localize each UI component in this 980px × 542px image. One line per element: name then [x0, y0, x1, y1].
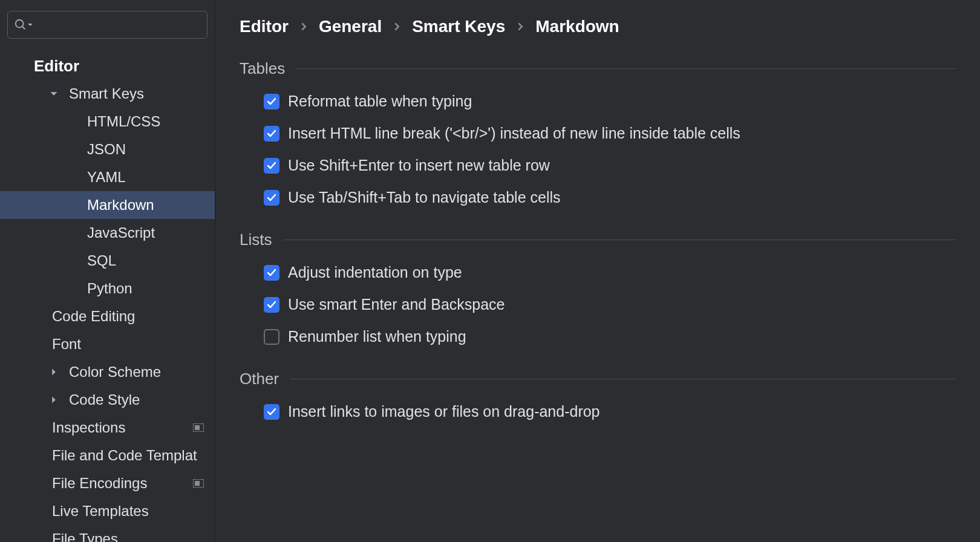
tree-item-label: Smart Keys	[69, 85, 144, 102]
checkbox[interactable]	[264, 265, 279, 281]
chevron-right-icon	[516, 22, 524, 31]
project-badge-icon	[193, 423, 204, 432]
breadcrumb: EditorGeneralSmart KeysMarkdown	[240, 17, 956, 36]
section-title: Tables	[240, 59, 285, 78]
check-icon	[266, 406, 277, 417]
option-row[interactable]: Use Shift+Enter to insert new table row	[240, 157, 956, 174]
tree-item-label: Color Scheme	[69, 364, 161, 380]
tree-item-color-scheme[interactable]: Color Scheme	[0, 358, 215, 386]
option-label: Use Shift+Enter to insert new table row	[288, 157, 550, 174]
search-icon	[14, 18, 27, 31]
tree-root-editor[interactable]: Editor	[0, 52, 215, 80]
check-icon	[266, 299, 277, 310]
option-label: Use Tab/Shift+Tab to navigate table cell…	[288, 189, 561, 206]
tree-item-label: File and Code Templat	[52, 447, 197, 464]
divider	[283, 240, 956, 240]
option-label: Reformat table when typing	[288, 93, 472, 110]
tree-item-label: Code Editing	[52, 308, 135, 325]
chevron-down-icon	[50, 90, 58, 98]
divider	[290, 379, 956, 379]
tree-item-label: JavaScript	[87, 224, 155, 241]
tree-item-label: Markdown	[87, 197, 154, 214]
tree-item-file-types[interactable]: File Types	[0, 525, 215, 542]
svg-rect-3	[195, 425, 200, 430]
settings-main: EditorGeneralSmart KeysMarkdown TablesRe…	[215, 0, 980, 542]
tree-item-label: Inspections	[52, 419, 125, 436]
project-badge-icon	[193, 479, 204, 488]
option-row[interactable]: Reformat table when typing	[240, 93, 956, 110]
option-row[interactable]: Use smart Enter and Backspace	[240, 296, 956, 313]
tree-item-label: YAML	[87, 169, 126, 186]
tree-item-label: Font	[52, 336, 81, 353]
check-icon	[266, 128, 277, 139]
check-icon	[266, 192, 277, 203]
svg-line-1	[22, 27, 25, 30]
tree-item-sql[interactable]: SQL	[0, 247, 215, 275]
option-label: Renumber list when typing	[288, 328, 466, 345]
tree-item-inspections[interactable]: Inspections	[0, 414, 215, 442]
option-label: Insert HTML line break ('<br/>') instead…	[288, 125, 740, 142]
tree-item-javascript[interactable]: JavaScript	[0, 219, 215, 247]
section-header: Other	[240, 370, 956, 388]
tree-item-file-encodings[interactable]: File Encodings	[0, 469, 215, 497]
tree-item-json[interactable]: JSON	[0, 136, 215, 163]
section-title: Other	[240, 370, 279, 388]
checkbox[interactable]	[264, 404, 279, 420]
tree-item-label: Code Style	[69, 391, 140, 408]
section-title: Lists	[240, 230, 272, 249]
search-box[interactable]	[7, 11, 207, 39]
svg-rect-5	[195, 481, 200, 486]
checkbox[interactable]	[264, 126, 279, 142]
search-input[interactable]	[37, 18, 201, 32]
option-row[interactable]: Insert HTML line break ('<br/>') instead…	[240, 125, 956, 142]
settings-tree: Editor Smart KeysHTML/CSSJSONYAMLMarkdow…	[0, 47, 215, 542]
section-header: Tables	[240, 59, 956, 78]
section-lists: ListsAdjust indentation on typeUse smart…	[240, 230, 956, 345]
chevron-right-icon	[393, 22, 401, 31]
tree-item-smart-keys[interactable]: Smart Keys	[0, 80, 215, 108]
tree-item-live-templates[interactable]: Live Templates	[0, 497, 215, 525]
option-label: Adjust indentation on type	[288, 264, 462, 281]
search-container	[0, 0, 215, 47]
tree-item-html-css[interactable]: HTML/CSS	[0, 108, 215, 136]
settings-sidebar: Editor Smart KeysHTML/CSSJSONYAMLMarkdow…	[0, 0, 215, 542]
divider	[296, 68, 956, 69]
tree-item-file-and-code-templat[interactable]: File and Code Templat	[0, 442, 215, 469]
tree-item-label: File Types	[52, 531, 118, 542]
tree-item-label: Python	[87, 280, 132, 297]
check-icon	[266, 267, 277, 278]
tree-item-font[interactable]: Font	[0, 330, 215, 358]
breadcrumb-segment[interactable]: General	[319, 17, 382, 36]
breadcrumb-segment[interactable]: Markdown	[535, 17, 619, 36]
tree-item-python[interactable]: Python	[0, 275, 215, 302]
option-row[interactable]: Adjust indentation on type	[240, 264, 956, 281]
chevron-right-icon	[50, 396, 58, 404]
chevron-right-icon	[299, 22, 308, 31]
tree-item-label: Live Templates	[52, 503, 149, 520]
breadcrumb-segment[interactable]: Smart Keys	[412, 17, 505, 36]
tree-item-markdown[interactable]: Markdown	[0, 191, 215, 219]
tree-item-label: HTML/CSS	[87, 113, 160, 130]
checkbox[interactable]	[264, 297, 279, 313]
tree-item-code-editing[interactable]: Code Editing	[0, 302, 215, 330]
tree-item-yaml[interactable]: YAML	[0, 163, 215, 191]
breadcrumb-segment[interactable]: Editor	[240, 17, 289, 36]
checkbox[interactable]	[264, 329, 279, 345]
option-label: Use smart Enter and Backspace	[288, 296, 505, 313]
svg-point-0	[16, 20, 24, 28]
check-icon	[266, 96, 277, 107]
section-other: OtherInsert links to images or files on …	[240, 370, 956, 420]
tree-item-code-style[interactable]: Code Style	[0, 386, 215, 414]
tree-item-label: SQL	[87, 252, 116, 269]
option-row[interactable]: Renumber list when typing	[240, 328, 956, 345]
checkbox[interactable]	[264, 158, 279, 174]
option-label: Insert links to images or files on drag-…	[288, 403, 600, 420]
option-row[interactable]: Insert links to images or files on drag-…	[240, 403, 956, 420]
dropdown-caret-icon	[27, 22, 33, 28]
checkbox[interactable]	[264, 190, 279, 206]
option-row[interactable]: Use Tab/Shift+Tab to navigate table cell…	[240, 189, 956, 206]
check-icon	[266, 160, 277, 171]
checkbox[interactable]	[264, 94, 279, 109]
tree-label: Editor	[34, 57, 79, 76]
tree-item-label: File Encodings	[52, 475, 147, 492]
